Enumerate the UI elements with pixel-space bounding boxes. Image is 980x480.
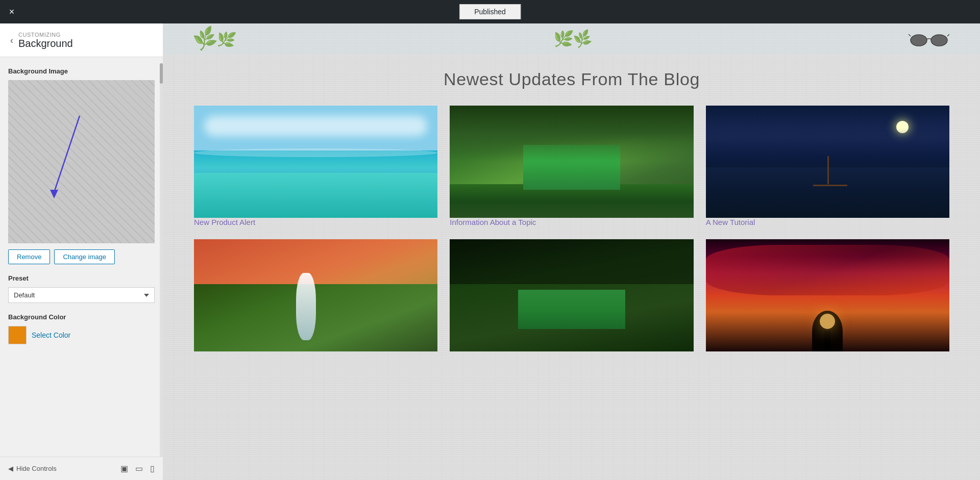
dock-post bbox=[827, 156, 829, 184]
color-picker-row: Select Color bbox=[8, 326, 155, 344]
deco-leaf-3: 🌿 bbox=[552, 28, 574, 49]
tablet-icon[interactable]: ▭ bbox=[135, 464, 143, 473]
blog-post-title-3[interactable]: A New Tutorial bbox=[706, 218, 755, 226]
blog-image-3 bbox=[706, 106, 949, 218]
blog-card-5 bbox=[450, 239, 693, 351]
deco-leaf-2: 🌿 bbox=[215, 29, 237, 49]
scroll-indicator bbox=[160, 63, 163, 457]
back-arrow-icon[interactable]: ‹ bbox=[10, 35, 13, 46]
blog-image-2 bbox=[450, 106, 693, 218]
top-bar: × Published bbox=[0, 0, 980, 23]
blog-image-1 bbox=[194, 106, 437, 218]
preset-label: Preset bbox=[8, 274, 155, 282]
close-button[interactable]: × bbox=[0, 0, 23, 23]
select-color-button[interactable]: Select Color bbox=[32, 331, 70, 339]
blog-post-title-1[interactable]: New Product Alert bbox=[194, 218, 255, 226]
cloud-decoration bbox=[204, 116, 427, 136]
preset-select[interactable]: Default Fill Fit Repeat Custom bbox=[8, 287, 155, 303]
stream-dark bbox=[518, 290, 625, 329]
svg-point-2 bbox=[911, 35, 927, 46]
blog-card-2: Information About a Topic bbox=[450, 106, 693, 227]
boat-mast bbox=[308, 201, 309, 212]
svg-line-5 bbox=[909, 34, 911, 36]
sidebar-scroll: Background Image Remove Change image Pre… bbox=[0, 57, 163, 457]
sidebar: ‹ Customizing Background Background Imag… bbox=[0, 23, 163, 480]
hide-controls-label: Hide Controls bbox=[16, 465, 57, 472]
canopy-dark bbox=[450, 239, 693, 284]
customizing-label: Customizing bbox=[18, 32, 73, 38]
tree-trunk bbox=[824, 331, 830, 351]
mountains-green bbox=[194, 284, 437, 351]
svg-line-0 bbox=[54, 116, 80, 192]
preset-section: Preset Default Fill Fit Repeat Custom bbox=[8, 274, 155, 303]
background-color-section: Background Color Select Color bbox=[8, 313, 155, 344]
mobile-icon[interactable]: ▯ bbox=[150, 464, 155, 473]
blog-grid: New Product Alert Information About a To… bbox=[194, 106, 949, 351]
background-image-preview bbox=[8, 80, 155, 243]
blog-image-5 bbox=[450, 239, 693, 351]
blog-image-4 bbox=[194, 239, 437, 351]
blog-card-4 bbox=[194, 239, 437, 351]
sunglasses-decoration bbox=[909, 31, 949, 46]
deco-leaf-1: 🌿 bbox=[191, 25, 220, 53]
svg-marker-1 bbox=[50, 190, 58, 198]
image-buttons: Remove Change image bbox=[8, 249, 155, 264]
waterfall bbox=[296, 273, 315, 340]
sidebar-bottom: ◀ Hide Controls ▣ ▭ ▯ bbox=[0, 457, 163, 480]
section-title: Background bbox=[18, 38, 73, 49]
background-image-label: Background Image bbox=[8, 67, 155, 75]
canopy bbox=[450, 106, 693, 162]
blog-card-1: New Product Alert bbox=[194, 106, 437, 227]
blog-card-3: A New Tutorial bbox=[706, 106, 949, 227]
water bbox=[194, 167, 437, 218]
deco-leaf-4: 🌿 bbox=[572, 29, 593, 49]
scroll-thumb[interactable] bbox=[160, 63, 163, 84]
header-text: Customizing Background bbox=[18, 32, 73, 49]
background-color-label: Background Color bbox=[8, 313, 155, 321]
dock-platform bbox=[813, 185, 847, 186]
sunset-clouds bbox=[706, 245, 949, 295]
sun-glow bbox=[820, 314, 835, 329]
hide-controls-arrow-icon: ◀ bbox=[8, 465, 13, 472]
main-layout: ‹ Customizing Background Background Imag… bbox=[0, 23, 980, 480]
hide-controls-button[interactable]: ◀ Hide Controls bbox=[8, 465, 57, 472]
sidebar-header: ‹ Customizing Background bbox=[0, 23, 163, 57]
change-image-button[interactable]: Change image bbox=[54, 249, 115, 264]
remove-button[interactable]: Remove bbox=[8, 249, 50, 264]
svg-line-6 bbox=[947, 34, 949, 36]
blog-card-6 bbox=[706, 239, 949, 351]
preview-content: 🌿 🌿 🌿 🌿 Ne bbox=[163, 23, 980, 480]
svg-point-3 bbox=[931, 35, 947, 46]
published-button[interactable]: Published bbox=[459, 4, 521, 19]
blog-section: Newest Updates From The Blog New Product… bbox=[163, 54, 980, 372]
preview-area: 🌿 🌿 🌿 🌿 Ne bbox=[163, 23, 980, 480]
blog-image-6 bbox=[706, 239, 949, 351]
blog-section-title: Newest Updates From The Blog bbox=[194, 69, 949, 89]
top-decoration: 🌿 🌿 🌿 🌿 bbox=[163, 23, 980, 54]
color-swatch[interactable] bbox=[8, 326, 27, 344]
blog-post-title-2[interactable]: Information About a Topic bbox=[450, 218, 536, 226]
horizon-line bbox=[194, 148, 437, 158]
monitor-icon[interactable]: ▣ bbox=[120, 464, 128, 473]
bottom-icons: ▣ ▭ ▯ bbox=[120, 464, 155, 473]
